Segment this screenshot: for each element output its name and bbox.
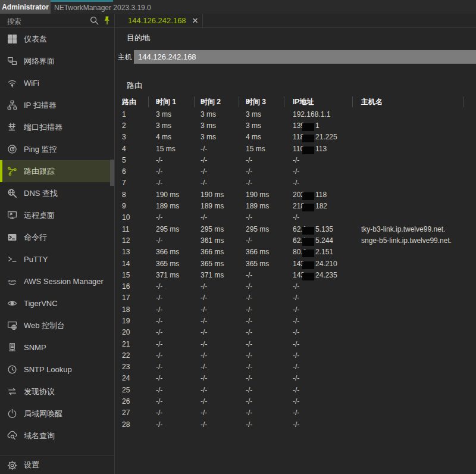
route-table-row[interactable]: 18 -/- -/- -/- -/- [122,304,469,315]
sidebar-item-discovery-protocol[interactable]: 发现协议 [0,381,114,403]
ip-fragment-left: 192.168.1.1 [293,110,330,118]
ip-cell: -/- [284,317,353,325]
time1-cell: -/- [149,386,195,394]
swap-arrows-icon [5,386,18,397]
close-icon[interactable]: × [189,14,201,27]
route-table-row[interactable]: 9 189 ms 189 ms 189 ms 218 182 [122,200,469,211]
sidebar-item-settings[interactable]: 设置 [0,456,114,474]
route-table-row[interactable]: 22 -/- -/- -/- -/- [122,350,469,361]
route-table-row[interactable]: 21 -/- -/- -/- -/- [122,338,469,350]
sidebar-item-network-interface[interactable]: 网络界面 [0,50,114,72]
route-table-row[interactable]: 13 366 ms 366 ms 366 ms 80.2 2.151 [122,247,469,258]
column-header-hop[interactable]: 路由 [122,96,149,107]
sidebar-item-whois[interactable]: 域名查询 [0,425,114,447]
route-table-row[interactable]: 1 3 ms 3 ms 3 ms 192.168.1.1 [122,108,469,120]
column-header-hostname[interactable]: 主机名 [353,96,464,107]
route-table-row[interactable]: 17 -/- -/- -/- -/- [122,292,469,304]
route-table-row[interactable]: 27 -/- -/- -/- -/- [122,407,469,419]
column-header-time3[interactable]: 时间 3 [239,96,284,107]
tab-traceroute-session[interactable]: 144.126.242.168 × [115,14,203,27]
route-table-row[interactable]: 11 295 ms 295 ms 295 ms 62.1 5.135 tky-b… [122,223,469,235]
ip-cell: -/- [284,156,353,164]
ip-cell: 192.168.1.1 [284,110,353,118]
route-table-row[interactable]: 4 15 ms -/- 15 ms 110 113 [122,143,469,154]
time3-cell: -/- [239,317,284,325]
putty-terminal-icon [5,254,18,264]
time3-cell: 3 ms [239,110,284,118]
sidebar-item-aws-session-manager[interactable]: aws AWS Session Manager [0,270,114,292]
time3-cell: -/- [239,374,284,382]
time2-cell: 366 ms [195,248,239,256]
sidebar-item-partial-clipped[interactable] [0,447,114,456]
route-table-body: 1 3 ms 3 ms 3 ms 192.168.1.1 2 3 ms 3 ms… [122,108,469,430]
sidebar-item-label: 端口扫描器 [24,122,62,133]
pin-icon[interactable] [102,15,112,28]
time2-cell: -/- [195,156,239,164]
administrator-window-tab[interactable]: Administrator [0,0,51,14]
time2-cell: 295 ms [195,225,239,233]
route-table-row[interactable]: 16 -/- -/- -/- -/- [122,280,469,292]
destination-heading: 目的地 [127,33,150,43]
sidebar-item-tigervnc[interactable]: TigerVNC [0,292,114,314]
sidebar-item-wake-on-lan[interactable]: 局域网唤醒 [0,403,114,425]
time2-cell: -/- [195,408,239,417]
route-table-row[interactable]: 19 -/- -/- -/- -/- [122,315,469,326]
sidebar-item-remote-desktop[interactable]: 远程桌面 [0,204,114,226]
time2-cell: 361 ms [195,236,239,245]
sidebar-scrollbar-thumb[interactable] [110,160,114,186]
route-table-row[interactable]: 7 -/- -/- -/- -/- [122,177,469,189]
ip-cell: -/- [284,351,353,360]
sidebar-item-web-console[interactable]: Web 控制台 [0,314,114,336]
ip-fragment-left: -/- [293,374,299,382]
sidebar-item-ip-scanner[interactable]: IP 扫描器 [0,94,114,116]
route-table-row[interactable]: 12 -/- 361 ms -/- 62.1 5.244 snge-b5-lin… [122,235,469,246]
route-table-row[interactable]: 25 -/- -/- -/- -/- [122,384,469,395]
time1-cell: -/- [149,305,195,314]
ip-fragment-left: -/- [293,340,299,348]
time2-cell: 3 ms [195,133,239,141]
sidebar-item-dashboard[interactable]: 仪表盘 [0,28,114,50]
wifi-icon [5,78,18,88]
route-table-row[interactable]: 10 -/- -/- -/- -/- [122,212,469,223]
ip-cell: -/- [284,167,353,176]
route-table-row[interactable]: 5 -/- -/- -/- -/- [122,154,469,166]
route-table-row[interactable]: 26 -/- -/- -/- -/- [122,395,469,407]
time3-cell: 190 ms [239,191,284,199]
route-table-row[interactable]: 23 -/- -/- -/- -/- [122,361,469,373]
route-table-row[interactable]: 14 365 ms 365 ms 365 ms 143 24.210 [122,258,469,269]
ip-fragment-right: 1 [315,121,320,130]
sidebar-item-ping-monitor[interactable]: Ping 监控 [0,138,114,160]
sidebar-item-putty[interactable]: PuTTY [0,248,114,270]
sidebar-item-traceroute[interactable]: 路由跟踪 [0,160,114,182]
time3-cell: -/- [239,305,284,314]
route-table-row[interactable]: 3 4 ms 3 ms 4 ms 118 21.225 [122,132,469,143]
route-table-row[interactable]: 8 190 ms 190 ms 190 ms 202 118 [122,189,469,200]
route-table-row[interactable]: 24 -/- -/- -/- -/- [122,373,469,384]
hop-cell: 25 [122,386,149,394]
route-table-row[interactable]: 2 3 ms 3 ms 3 ms 139 1 [122,120,469,131]
host-input[interactable] [134,50,476,64]
sidebar-item-command-line[interactable]: 命令行 [0,226,114,248]
host-label: 主机 [118,52,132,63]
sidebar-item-sntp-lookup[interactable]: SNTP Lookup [0,358,114,381]
search-input[interactable] [6,15,86,28]
teal-accent-strip [51,0,113,2]
ip-cell: 62.1 5.244 [284,236,353,245]
sidebar-item-port-scanner[interactable]: 端口扫描器 [0,116,114,138]
ip-cell: -/- [284,340,353,348]
sidebar-item-snmp[interactable]: SNMP [0,336,114,358]
sidebar-item-wifi[interactable]: WiFi [0,72,114,94]
column-header-ip[interactable]: IP地址 [284,96,353,107]
route-table-row[interactable]: 6 -/- -/- -/- -/- [122,166,469,177]
time2-cell: -/- [195,420,239,429]
route-table-row[interactable]: 15 371 ms 371 ms -/- 143 24.235 [122,269,469,280]
route-table-row[interactable]: 20 -/- -/- -/- -/- [122,327,469,338]
sidebar-item-dns-lookup[interactable]: DNS 查找 [0,182,114,204]
column-header-time2[interactable]: 时间 2 [195,96,239,107]
time2-cell: -/- [195,397,239,406]
ip-fragment-right: 5.135 [315,225,333,233]
column-header-time1[interactable]: 时间 1 [149,96,195,107]
search-icon[interactable] [89,15,99,28]
ip-cell: -/- [284,282,353,291]
route-table-row[interactable]: 28 -/- -/- -/- -/- [122,419,469,430]
